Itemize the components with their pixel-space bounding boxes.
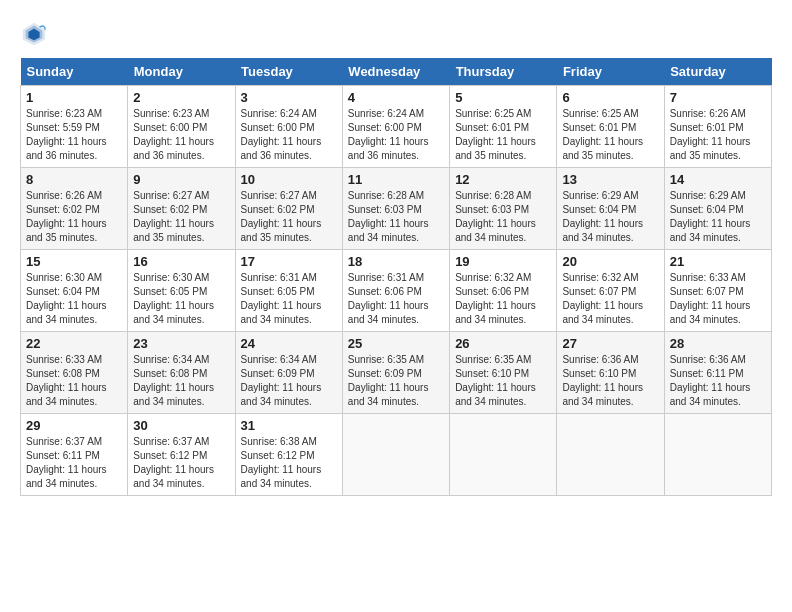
calendar-cell [664,414,771,496]
day-info: Sunrise: 6:31 AM Sunset: 6:05 PM Dayligh… [241,271,337,327]
day-info: Sunrise: 6:26 AM Sunset: 6:02 PM Dayligh… [26,189,122,245]
day-info: Sunrise: 6:28 AM Sunset: 6:03 PM Dayligh… [455,189,551,245]
day-number: 26 [455,336,551,351]
day-info: Sunrise: 6:24 AM Sunset: 6:00 PM Dayligh… [348,107,444,163]
weekday-header-thursday: Thursday [450,58,557,86]
calendar-cell: 5Sunrise: 6:25 AM Sunset: 6:01 PM Daylig… [450,86,557,168]
day-info: Sunrise: 6:36 AM Sunset: 6:10 PM Dayligh… [562,353,658,409]
weekday-header-row: SundayMondayTuesdayWednesdayThursdayFrid… [21,58,772,86]
day-info: Sunrise: 6:37 AM Sunset: 6:11 PM Dayligh… [26,435,122,491]
calendar-cell: 17Sunrise: 6:31 AM Sunset: 6:05 PM Dayli… [235,250,342,332]
logo-icon [20,20,48,48]
day-info: Sunrise: 6:25 AM Sunset: 6:01 PM Dayligh… [455,107,551,163]
weekday-header-friday: Friday [557,58,664,86]
calendar-cell: 16Sunrise: 6:30 AM Sunset: 6:05 PM Dayli… [128,250,235,332]
day-number: 3 [241,90,337,105]
day-info: Sunrise: 6:24 AM Sunset: 6:00 PM Dayligh… [241,107,337,163]
calendar-cell: 10Sunrise: 6:27 AM Sunset: 6:02 PM Dayli… [235,168,342,250]
page-header [20,20,772,48]
day-number: 2 [133,90,229,105]
day-number: 22 [26,336,122,351]
day-number: 9 [133,172,229,187]
day-number: 11 [348,172,444,187]
day-info: Sunrise: 6:33 AM Sunset: 6:08 PM Dayligh… [26,353,122,409]
day-info: Sunrise: 6:34 AM Sunset: 6:09 PM Dayligh… [241,353,337,409]
day-number: 5 [455,90,551,105]
calendar-body: 1Sunrise: 6:23 AM Sunset: 5:59 PM Daylig… [21,86,772,496]
calendar-header: SundayMondayTuesdayWednesdayThursdayFrid… [21,58,772,86]
calendar-cell: 20Sunrise: 6:32 AM Sunset: 6:07 PM Dayli… [557,250,664,332]
calendar-cell: 8Sunrise: 6:26 AM Sunset: 6:02 PM Daylig… [21,168,128,250]
day-number: 15 [26,254,122,269]
calendar-cell: 31Sunrise: 6:38 AM Sunset: 6:12 PM Dayli… [235,414,342,496]
calendar-cell: 25Sunrise: 6:35 AM Sunset: 6:09 PM Dayli… [342,332,449,414]
day-info: Sunrise: 6:27 AM Sunset: 6:02 PM Dayligh… [241,189,337,245]
calendar-table: SundayMondayTuesdayWednesdayThursdayFrid… [20,58,772,496]
calendar-cell: 11Sunrise: 6:28 AM Sunset: 6:03 PM Dayli… [342,168,449,250]
day-info: Sunrise: 6:35 AM Sunset: 6:09 PM Dayligh… [348,353,444,409]
day-number: 13 [562,172,658,187]
day-number: 8 [26,172,122,187]
calendar-cell: 22Sunrise: 6:33 AM Sunset: 6:08 PM Dayli… [21,332,128,414]
calendar-cell [557,414,664,496]
calendar-cell: 30Sunrise: 6:37 AM Sunset: 6:12 PM Dayli… [128,414,235,496]
calendar-cell: 19Sunrise: 6:32 AM Sunset: 6:06 PM Dayli… [450,250,557,332]
calendar-week-row: 8Sunrise: 6:26 AM Sunset: 6:02 PM Daylig… [21,168,772,250]
day-number: 31 [241,418,337,433]
calendar-cell: 27Sunrise: 6:36 AM Sunset: 6:10 PM Dayli… [557,332,664,414]
day-info: Sunrise: 6:36 AM Sunset: 6:11 PM Dayligh… [670,353,766,409]
day-info: Sunrise: 6:30 AM Sunset: 6:04 PM Dayligh… [26,271,122,327]
calendar-cell: 24Sunrise: 6:34 AM Sunset: 6:09 PM Dayli… [235,332,342,414]
day-info: Sunrise: 6:32 AM Sunset: 6:06 PM Dayligh… [455,271,551,327]
day-number: 21 [670,254,766,269]
calendar-cell: 29Sunrise: 6:37 AM Sunset: 6:11 PM Dayli… [21,414,128,496]
weekday-header-sunday: Sunday [21,58,128,86]
day-number: 17 [241,254,337,269]
day-number: 16 [133,254,229,269]
day-number: 6 [562,90,658,105]
calendar-week-row: 29Sunrise: 6:37 AM Sunset: 6:11 PM Dayli… [21,414,772,496]
day-number: 19 [455,254,551,269]
calendar-week-row: 15Sunrise: 6:30 AM Sunset: 6:04 PM Dayli… [21,250,772,332]
calendar-cell: 18Sunrise: 6:31 AM Sunset: 6:06 PM Dayli… [342,250,449,332]
day-number: 27 [562,336,658,351]
day-info: Sunrise: 6:31 AM Sunset: 6:06 PM Dayligh… [348,271,444,327]
calendar-cell: 23Sunrise: 6:34 AM Sunset: 6:08 PM Dayli… [128,332,235,414]
day-info: Sunrise: 6:25 AM Sunset: 6:01 PM Dayligh… [562,107,658,163]
day-number: 12 [455,172,551,187]
calendar-cell: 15Sunrise: 6:30 AM Sunset: 6:04 PM Dayli… [21,250,128,332]
calendar-cell: 3Sunrise: 6:24 AM Sunset: 6:00 PM Daylig… [235,86,342,168]
calendar-cell [342,414,449,496]
calendar-week-row: 1Sunrise: 6:23 AM Sunset: 5:59 PM Daylig… [21,86,772,168]
day-info: Sunrise: 6:32 AM Sunset: 6:07 PM Dayligh… [562,271,658,327]
day-number: 30 [133,418,229,433]
day-info: Sunrise: 6:33 AM Sunset: 6:07 PM Dayligh… [670,271,766,327]
day-number: 18 [348,254,444,269]
day-info: Sunrise: 6:23 AM Sunset: 6:00 PM Dayligh… [133,107,229,163]
day-info: Sunrise: 6:27 AM Sunset: 6:02 PM Dayligh… [133,189,229,245]
calendar-cell: 26Sunrise: 6:35 AM Sunset: 6:10 PM Dayli… [450,332,557,414]
day-number: 20 [562,254,658,269]
day-number: 1 [26,90,122,105]
day-info: Sunrise: 6:35 AM Sunset: 6:10 PM Dayligh… [455,353,551,409]
calendar-cell: 14Sunrise: 6:29 AM Sunset: 6:04 PM Dayli… [664,168,771,250]
day-info: Sunrise: 6:29 AM Sunset: 6:04 PM Dayligh… [562,189,658,245]
calendar-cell: 6Sunrise: 6:25 AM Sunset: 6:01 PM Daylig… [557,86,664,168]
calendar-cell: 9Sunrise: 6:27 AM Sunset: 6:02 PM Daylig… [128,168,235,250]
day-info: Sunrise: 6:28 AM Sunset: 6:03 PM Dayligh… [348,189,444,245]
day-info: Sunrise: 6:38 AM Sunset: 6:12 PM Dayligh… [241,435,337,491]
logo [20,20,52,48]
calendar-cell: 4Sunrise: 6:24 AM Sunset: 6:00 PM Daylig… [342,86,449,168]
day-number: 23 [133,336,229,351]
day-number: 7 [670,90,766,105]
weekday-header-monday: Monday [128,58,235,86]
calendar-cell: 13Sunrise: 6:29 AM Sunset: 6:04 PM Dayli… [557,168,664,250]
day-number: 25 [348,336,444,351]
day-number: 10 [241,172,337,187]
calendar-cell: 28Sunrise: 6:36 AM Sunset: 6:11 PM Dayli… [664,332,771,414]
day-number: 29 [26,418,122,433]
day-info: Sunrise: 6:23 AM Sunset: 5:59 PM Dayligh… [26,107,122,163]
weekday-header-wednesday: Wednesday [342,58,449,86]
day-info: Sunrise: 6:29 AM Sunset: 6:04 PM Dayligh… [670,189,766,245]
day-info: Sunrise: 6:30 AM Sunset: 6:05 PM Dayligh… [133,271,229,327]
